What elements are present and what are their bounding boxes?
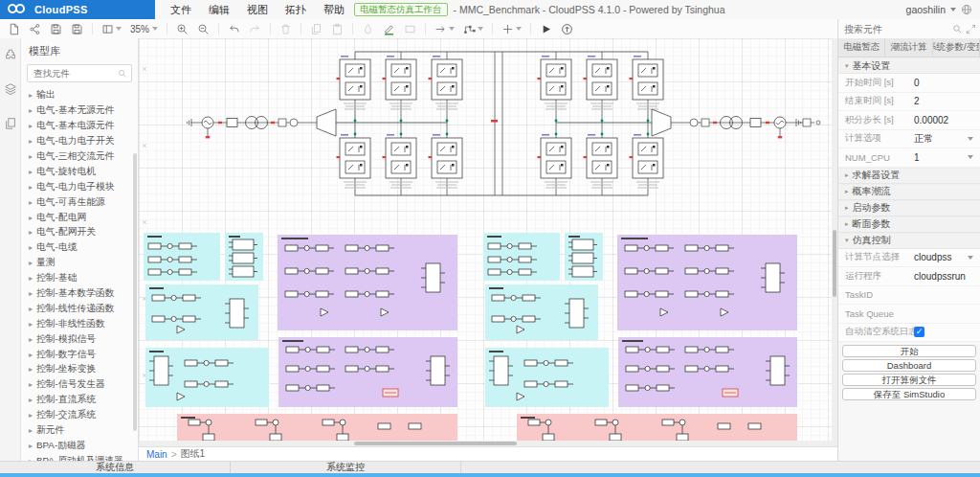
control-blocks-left[interactable] xyxy=(144,233,457,441)
model-category[interactable]: ▸ 控制-非线性函数 xyxy=(21,316,138,331)
model-category[interactable]: ▸ 电气-电力电子开关 xyxy=(21,134,138,149)
panel-button[interactable]: 保存至 SimStudio xyxy=(842,388,976,400)
panel-tab[interactable]: 电磁暂态 xyxy=(838,38,885,57)
panel-section[interactable]: ▸ 断面参数 xyxy=(838,216,980,233)
publish-button[interactable] xyxy=(561,23,573,35)
zoom-in-button[interactable] xyxy=(176,23,189,35)
zoom-level-select[interactable]: 35% xyxy=(130,24,158,34)
menu-item[interactable]: 帮助 xyxy=(323,3,345,17)
step-size-input[interactable]: 0.00002 xyxy=(914,115,948,125)
model-category[interactable]: ▸ 控制-基本数学函数 xyxy=(21,286,138,302)
model-category[interactable]: ▸ 电气-配电网 xyxy=(21,210,138,225)
redo-button[interactable] xyxy=(249,23,261,35)
panel-tab[interactable]: 系统参数/变量 xyxy=(933,38,980,57)
scrollbar-thumb[interactable] xyxy=(354,442,517,445)
breadcrumb-root[interactable]: Main xyxy=(146,449,167,460)
username[interactable]: gaoshilin xyxy=(906,4,946,15)
panel-button[interactable]: 开始 xyxy=(842,345,976,357)
panel-section[interactable]: ▸ 求解器设置 xyxy=(838,168,980,184)
menu-item[interactable]: 拓扑 xyxy=(285,3,306,17)
control-blocks-right[interactable] xyxy=(483,233,797,441)
search-icon[interactable] xyxy=(118,69,127,79)
component-search-input[interactable] xyxy=(842,23,949,35)
model-category[interactable]: ▸ 电气-旋转电机 xyxy=(21,164,138,179)
add-element-button[interactable] xyxy=(501,23,522,35)
model-category[interactable]: ▸ 电气-三相交流元件 xyxy=(21,149,138,165)
model-category[interactable]: ▸ 控制-数字信号 xyxy=(21,347,138,362)
model-category[interactable]: ▸ 电气-电力电子模块 xyxy=(21,179,138,194)
layers-icon[interactable] xyxy=(4,82,17,96)
menu-item[interactable]: 编辑 xyxy=(209,3,230,17)
model-category[interactable]: ▸ 控制-模拟信号 xyxy=(21,331,138,347)
model-category[interactable]: ▸ 量测 xyxy=(21,256,138,271)
ac-side-left[interactable] xyxy=(188,109,337,138)
chevron-down-icon[interactable] xyxy=(968,155,973,159)
menu-item[interactable]: 视图 xyxy=(247,3,268,17)
panel-section[interactable]: ▸ 概率潮流 xyxy=(838,184,980,200)
start-time-input[interactable]: 0 xyxy=(914,78,920,88)
undo-button[interactable] xyxy=(228,23,240,35)
model-category[interactable]: ▸ 控制-信号发生器 xyxy=(21,377,138,393)
model-category[interactable]: ▸ 控制-交流系统 xyxy=(21,408,138,423)
app-logo[interactable]: CloudPSS xyxy=(0,0,155,19)
fill-color-button[interactable] xyxy=(362,23,374,35)
share-button[interactable] xyxy=(29,23,41,35)
section-basic-settings[interactable]: ▾ 基本设置 xyxy=(838,57,980,74)
user-menu-caret-icon[interactable] xyxy=(950,8,956,11)
layout-button[interactable] xyxy=(101,23,122,35)
panel-section[interactable]: ▸ 启动参数 xyxy=(838,200,980,216)
model-category[interactable]: ▸ 电气-电缆 xyxy=(21,240,138,256)
model-category[interactable]: ▸ 新元件 xyxy=(21,423,138,439)
copy-button[interactable] xyxy=(310,23,323,35)
paste-button[interactable] xyxy=(331,23,344,35)
model-category[interactable]: ▸ 控制-直流系统 xyxy=(21,393,138,408)
shape-button[interactable] xyxy=(404,23,416,35)
search-icon[interactable] xyxy=(952,24,963,34)
model-category[interactable]: ▸ 控制-坐标变换 xyxy=(21,362,138,377)
schematic-canvas[interactable] xyxy=(139,38,837,446)
model-library-icon[interactable] xyxy=(4,48,17,61)
model-category[interactable]: ▸ 电气-可再生能源 xyxy=(21,194,138,210)
mmc-circuit-diagram[interactable] xyxy=(188,52,821,195)
model-category[interactable]: ▸ BPA-原动机及调速器 xyxy=(21,453,138,461)
panel-button[interactable]: 打开算例文件 xyxy=(842,374,976,386)
model-category[interactable]: ▸ 电气-基本无源元件 xyxy=(21,103,138,119)
line-color-button[interactable] xyxy=(383,23,395,35)
sidebar-scrollbar-thumb[interactable] xyxy=(133,153,137,431)
model-category[interactable]: ▸ 电气-配网开关 xyxy=(21,225,138,240)
converter-station-left[interactable] xyxy=(337,52,463,195)
run-program-input[interactable]: cloudpssrun xyxy=(914,271,966,282)
section-simulation-control[interactable]: ▾ 仿真控制 xyxy=(838,233,980,249)
end-time-input[interactable]: 2 xyxy=(914,96,920,106)
menu-item[interactable]: 文件 xyxy=(170,3,191,17)
model-category[interactable]: ▸ 输出 xyxy=(21,88,138,103)
status-tab[interactable]: 系统信息 xyxy=(0,462,231,473)
new-file-button[interactable] xyxy=(8,23,20,35)
breadcrumb-page[interactable]: 图纸1 xyxy=(181,447,206,461)
polyline-tool-button[interactable] xyxy=(463,23,483,35)
expand-icon[interactable] xyxy=(966,24,976,34)
arrow-tool-button[interactable] xyxy=(434,23,455,35)
model-category[interactable]: ▸ 控制-基础 xyxy=(21,271,138,286)
zoom-out-button[interactable] xyxy=(197,23,210,35)
pages-icon[interactable] xyxy=(4,117,17,130)
chevron-down-icon[interactable] xyxy=(968,137,973,141)
scrollbar-thumb[interactable] xyxy=(833,230,836,297)
panel-tab[interactable]: 潮流计算 xyxy=(885,38,932,57)
ac-side-right[interactable] xyxy=(652,109,801,138)
globe-icon[interactable] xyxy=(961,4,972,15)
calc-option-select[interactable]: 正常 xyxy=(914,132,933,146)
panel-button[interactable]: Dashboard xyxy=(842,359,976,372)
delete-button[interactable] xyxy=(279,23,292,35)
num-cpu-select[interactable]: 1 xyxy=(914,152,920,163)
save-button[interactable] xyxy=(50,23,62,35)
chevron-down-icon[interactable] xyxy=(968,256,973,260)
model-category[interactable]: ▸ BPA-励磁器 xyxy=(21,438,138,453)
auto-clear-log-checkbox[interactable]: ✓ xyxy=(914,327,924,337)
save-as-button[interactable] xyxy=(71,23,83,35)
run-button[interactable] xyxy=(540,23,552,35)
status-tab[interactable]: 系统监控 xyxy=(231,462,461,473)
model-category[interactable]: ▸ 控制-线性传递函数 xyxy=(21,301,138,316)
sidebar-search-input[interactable] xyxy=(32,67,116,80)
model-category[interactable]: ▸ 电气-基本电源元件 xyxy=(21,119,138,134)
